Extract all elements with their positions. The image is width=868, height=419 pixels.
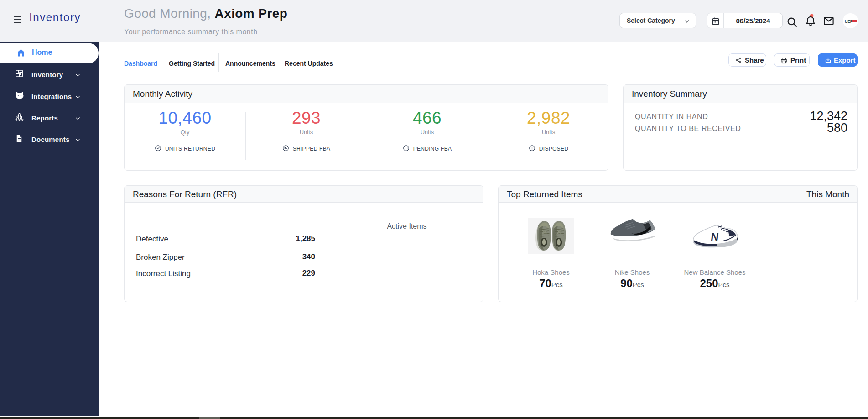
svg-text:N: N bbox=[710, 230, 719, 243]
